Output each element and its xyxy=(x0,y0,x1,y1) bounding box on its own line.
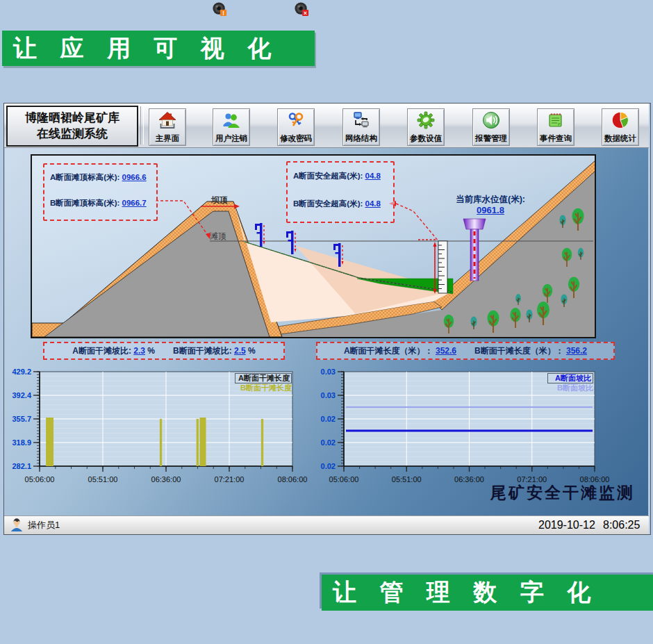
toolbar-separator xyxy=(140,106,144,145)
water-level-label: 当前库水位值(米): xyxy=(443,194,538,206)
dam-crest-label: 坝顶 xyxy=(210,195,228,205)
app-title-line2: 在线监测系统 xyxy=(37,126,108,142)
svg-text:392.4: 392.4 xyxy=(12,391,31,399)
toolbar-button-label: 修改密码 xyxy=(280,133,312,144)
water-level-value-wrap: 0961.8 xyxy=(443,205,538,215)
svg-text:0.03: 0.03 xyxy=(321,368,336,376)
slope-b-value[interactable]: 2.5 xyxy=(234,346,246,356)
freeboard-b-label: B断面安全超高(米): xyxy=(293,199,363,208)
pie-chart-icon xyxy=(611,111,629,129)
operator-name: 操作员1 xyxy=(28,519,60,531)
alarm-speaker-icon xyxy=(482,111,500,129)
legend-item: B断面干滩长度 xyxy=(235,383,292,393)
panel-title: 尾矿安全干滩监测 xyxy=(490,482,635,504)
toolbar-button-label: 主界面 xyxy=(156,133,180,144)
crest-elevation-box: A断面滩顶标高(米): 0966.6 B断面滩顶标高(米): 0966.7 xyxy=(43,163,158,221)
tailings-monitor-screen: { "banners": { "top": "让 应 用 可 视 化", "bo… xyxy=(0,0,653,644)
water-level-value[interactable]: 0961.8 xyxy=(477,205,504,215)
svg-text:282.1: 282.1 xyxy=(12,462,31,470)
svg-text:355.7: 355.7 xyxy=(12,415,31,423)
user-logout-button[interactable]: 用户注销 xyxy=(213,108,250,146)
toolbar-button-label: 报警管理 xyxy=(475,133,507,144)
slope-ratio-bar: A断面干滩坡比: 2.3 % B断面干滩坡比: 2.5 % xyxy=(43,342,285,360)
slope-chart-legend: A断面坡比 B断面坡比 xyxy=(547,373,593,393)
slogan-banner-top: 让 应 用 可 视 化 xyxy=(2,31,315,66)
notepad-icon xyxy=(547,111,565,129)
legend-item: B断面坡比 xyxy=(547,383,593,393)
svg-text:0.02: 0.02 xyxy=(321,415,336,423)
network-icon xyxy=(352,111,370,129)
event-query-button[interactable]: 事件查询 xyxy=(537,108,575,146)
svg-text:429.2: 429.2 xyxy=(12,368,31,376)
length-a-value[interactable]: 352.6 xyxy=(436,346,456,356)
length-b-value[interactable]: 356.2 xyxy=(566,346,587,356)
main-screen-button[interactable]: 主界面 xyxy=(149,108,186,146)
slope-a-unit: % xyxy=(147,346,155,356)
slope-a-value[interactable]: 2.3 xyxy=(133,346,145,356)
slope-b-unit: % xyxy=(248,346,256,356)
legend-item: A断面坡比 xyxy=(547,373,593,383)
status-time: 8:06:25 xyxy=(603,519,640,531)
app-title: 博隆晒裙岭尾矿库 在线监测系统 xyxy=(6,106,138,147)
svg-text:06:36:00: 06:36:00 xyxy=(454,475,484,484)
data-statistics-button[interactable]: 数据统计 xyxy=(602,108,639,146)
slope-a-label: A断面干滩坡比: xyxy=(72,346,131,356)
freeboard-box: A断面安全超高(米): 04.8 B断面安全超高(米): 04.8 xyxy=(286,161,395,223)
gear-icon xyxy=(417,111,435,129)
length-b-label: B断面干滩长度（米）： xyxy=(474,346,564,356)
change-password-button[interactable]: 修改密码 xyxy=(277,108,315,146)
svg-text:08:06:00: 08:06:00 xyxy=(278,475,308,484)
toolbar-button-label: 事件查询 xyxy=(540,133,572,144)
freeboard-a-value[interactable]: 04.8 xyxy=(365,172,381,180)
parameter-settings-button[interactable]: 参数设值 xyxy=(407,108,445,146)
crest-b-value[interactable]: 0966.7 xyxy=(122,199,147,207)
svg-text:0.03: 0.03 xyxy=(321,391,336,399)
svg-text:05:06:00: 05:06:00 xyxy=(25,475,55,484)
home-icon xyxy=(158,111,176,129)
svg-text:05:06:00: 05:06:00 xyxy=(329,475,359,484)
sound-status-icon-muted[interactable]: × xyxy=(294,1,309,17)
legend-item: A断面干滩长度 xyxy=(235,373,292,383)
keys-icon xyxy=(287,111,305,129)
users-icon xyxy=(222,111,240,129)
network-structure-button[interactable]: 网络结构 xyxy=(342,108,380,146)
status-date: 2019-10-12 xyxy=(538,519,595,531)
app-title-line1: 博隆晒裙岭尾矿库 xyxy=(25,110,119,126)
crest-b-label: B断面滩顶标高(米): xyxy=(50,199,119,207)
svg-text:318.9: 318.9 xyxy=(12,438,31,447)
slogan-banner-bottom: 让 管 理 数 字 化 xyxy=(322,575,653,611)
svg-text:×: × xyxy=(304,10,307,17)
freeboard-a-label: A断面安全超高(米): xyxy=(293,172,363,180)
slope-ratio-trend-chart: 0.030.030.020.020.0205:06:0005:51:0006:3… xyxy=(311,367,649,495)
crest-a-label: A断面滩顶标高(米): xyxy=(50,173,119,181)
svg-text:07:21:00: 07:21:00 xyxy=(215,475,245,484)
svg-text:0.02: 0.02 xyxy=(321,438,336,447)
toolbar-button-label: 网络结构 xyxy=(345,133,377,144)
alarm-management-button[interactable]: 报警管理 xyxy=(472,108,510,146)
svg-text:!: ! xyxy=(222,10,224,17)
beach-length-chart-legend: A断面干滩长度 B断面干滩长度 xyxy=(235,373,292,393)
svg-text:05:51:00: 05:51:00 xyxy=(392,475,422,484)
svg-text:05:51:00: 05:51:00 xyxy=(88,475,118,484)
toolbar-button-label: 数据统计 xyxy=(604,133,636,144)
slope-b-label: B断面干滩坡比: xyxy=(173,346,232,356)
sound-status-icon-warning[interactable]: ! xyxy=(212,1,227,17)
beach-length-bar: A断面干滩长度（米）： 352.6 B断面干滩长度（米）： 356.2 xyxy=(316,342,615,360)
crest-a-value[interactable]: 0966.6 xyxy=(122,173,147,181)
toolbar-button-label: 用户注销 xyxy=(215,133,247,144)
svg-text:0.02: 0.02 xyxy=(321,462,336,470)
svg-text:06:36:00: 06:36:00 xyxy=(151,475,181,484)
operator-avatar xyxy=(9,517,24,532)
length-a-label: A断面干滩长度（米）： xyxy=(344,346,433,356)
toolbar-button-label: 参数设值 xyxy=(410,133,442,144)
beach-crest-label: 滩顶 xyxy=(210,231,226,241)
freeboard-b-value[interactable]: 04.8 xyxy=(365,199,381,208)
